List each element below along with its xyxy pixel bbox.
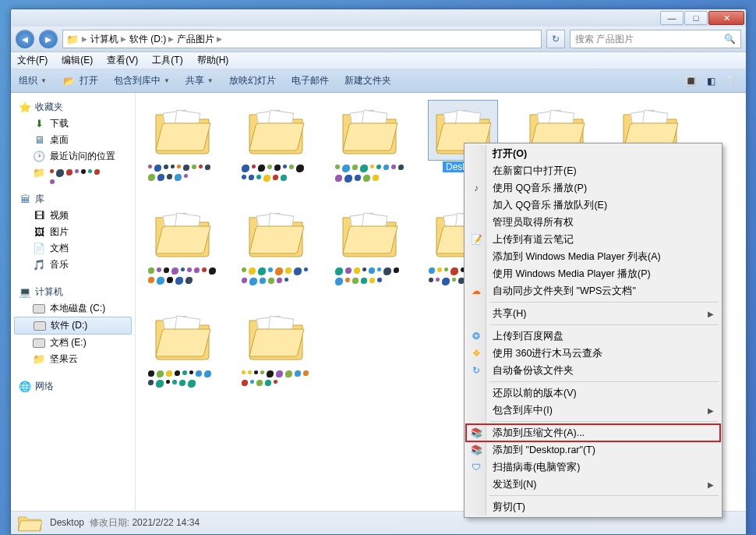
360-icon: ❖ bbox=[470, 347, 482, 360]
folder-item[interactable] bbox=[147, 101, 218, 188]
menu-file[interactable]: 文件(F) bbox=[17, 54, 48, 67]
context-item[interactable]: 剪切(T) bbox=[466, 498, 720, 516]
sidebar-libraries-header[interactable]: 🏛库 bbox=[14, 191, 132, 207]
context-item[interactable]: 打开(O) bbox=[466, 145, 720, 162]
preview-pane-icon[interactable]: ◧ bbox=[704, 74, 718, 88]
forward-button[interactable]: ► bbox=[39, 30, 58, 48]
drive-icon bbox=[33, 337, 45, 349]
include-library-button[interactable]: 包含到库中 ▼ bbox=[114, 74, 170, 87]
folder-open-icon: 📂 bbox=[62, 74, 76, 88]
folder-item[interactable] bbox=[147, 204, 218, 291]
newfolder-button[interactable]: 新建文件夹 bbox=[344, 74, 391, 87]
context-item-label: 共享(H) bbox=[493, 307, 526, 321]
context-item[interactable]: 📚添加到压缩文件(A)... bbox=[466, 424, 720, 441]
folder-item[interactable] bbox=[147, 306, 218, 394]
folder-icon: 📁 bbox=[33, 353, 45, 366]
sidebar-computer-header[interactable]: 💻计算机 bbox=[14, 284, 132, 300]
breadcrumb-segment[interactable]: 软件 (D:)▶ bbox=[129, 33, 174, 46]
folder-label-redacted bbox=[148, 165, 217, 188]
context-item[interactable]: 共享(H)▶ bbox=[466, 305, 720, 322]
context-item[interactable]: ❂上传到百度网盘 bbox=[466, 328, 720, 345]
sidebar-item-pictures[interactable]: 🖼图片 bbox=[14, 224, 132, 240]
folder-icon bbox=[335, 204, 404, 263]
folder-label-redacted bbox=[242, 268, 310, 291]
document-icon: 📄 bbox=[33, 243, 45, 255]
context-item[interactable]: 🛡扫描病毒(电脑管家) bbox=[466, 459, 720, 476]
sidebar-item-downloads[interactable]: ⬇下载 bbox=[14, 115, 132, 132]
video-icon: 🎞 bbox=[33, 210, 45, 222]
context-menu: 打开(O)在新窗口中打开(E)♪使用 QQ音乐 播放(P)加入 QQ音乐 播放队… bbox=[464, 143, 722, 518]
close-button[interactable]: ✕ bbox=[708, 11, 744, 25]
menu-help[interactable]: 帮助(H) bbox=[197, 54, 229, 67]
folder-item[interactable] bbox=[334, 101, 405, 188]
view-options-icon[interactable]: 🔳 bbox=[684, 74, 698, 88]
sidebar-item-documents[interactable]: 📄文档 bbox=[14, 240, 132, 257]
chevron-right-icon: ▶ bbox=[82, 35, 87, 43]
context-item[interactable]: 包含到库中(I)▶ bbox=[466, 402, 720, 419]
sidebar-item-drive-d[interactable]: 软件 (D:) bbox=[14, 317, 132, 335]
menu-edit[interactable]: 编辑(E) bbox=[62, 54, 93, 67]
context-item[interactable]: 在新窗口中打开(E) bbox=[466, 162, 720, 179]
context-item[interactable]: 发送到(N)▶ bbox=[466, 476, 720, 493]
share-button[interactable]: 共享 ▼ bbox=[185, 74, 214, 87]
context-separator bbox=[489, 421, 719, 422]
minimize-button[interactable]: — bbox=[660, 11, 684, 25]
sidebar: ⭐收藏夹 ⬇下载 🖥桌面 🕑最近访问的位置 📁 🏛库 🎞视频 🖼图片 📄文档 🎵… bbox=[11, 93, 136, 511]
context-item[interactable]: 添加到 Windows Media Player 列表(A) bbox=[466, 248, 720, 265]
folder-item[interactable] bbox=[240, 204, 312, 291]
folder-label-redacted bbox=[242, 165, 310, 188]
search-icon: 🔍 bbox=[724, 34, 736, 44]
context-item[interactable]: 使用 Windows Media Player 播放(P) bbox=[466, 265, 720, 282]
context-item[interactable]: ☁自动同步文件夹到 "WPS云文档" bbox=[466, 282, 720, 299]
breadcrumb-segment[interactable]: 计算机▶ bbox=[90, 33, 126, 46]
menu-tools[interactable]: 工具(T) bbox=[152, 54, 182, 67]
sidebar-network-header[interactable]: 🌐网络 bbox=[14, 378, 132, 395]
context-item[interactable]: 管理员取得所有权 bbox=[466, 214, 720, 231]
context-item[interactable]: ♪使用 QQ音乐 播放(P) bbox=[466, 179, 720, 197]
help-icon[interactable]: ❔ bbox=[724, 74, 738, 88]
sidebar-item-videos[interactable]: 🎞视频 bbox=[14, 207, 132, 224]
submenu-arrow-icon: ▶ bbox=[708, 480, 714, 489]
context-item[interactable]: 📚添加到 "Desktop.rar"(T) bbox=[466, 441, 720, 459]
folder-icon bbox=[148, 101, 217, 160]
open-button[interactable]: 📂打开 bbox=[62, 74, 98, 88]
slideshow-button[interactable]: 放映幻灯片 bbox=[229, 74, 276, 87]
folder-item[interactable] bbox=[240, 101, 312, 188]
context-item[interactable]: 还原以前的版本(V) bbox=[466, 384, 720, 402]
context-separator bbox=[489, 381, 719, 382]
context-item[interactable]: ❖使用 360进行木马云查杀 bbox=[466, 345, 720, 362]
submenu-arrow-icon: ▶ bbox=[708, 406, 714, 415]
sidebar-item-recent[interactable]: 🕑最近访问的位置 bbox=[14, 148, 132, 165]
star-icon: ⭐ bbox=[19, 101, 31, 114]
recent-icon: 🕑 bbox=[33, 151, 45, 163]
context-item-label: 添加到 "Desktop.rar"(T) bbox=[493, 444, 595, 457]
organize-button[interactable]: 组织 ▼ bbox=[19, 74, 47, 87]
context-item[interactable]: ↻自动备份该文件夹 bbox=[466, 362, 720, 379]
sidebar-item-redacted[interactable]: 📁 bbox=[14, 165, 132, 180]
folder-item[interactable] bbox=[334, 204, 405, 291]
context-item-label: 上传到百度网盘 bbox=[493, 330, 563, 343]
status-date-label: 修改日期: bbox=[90, 517, 129, 528]
folder-item[interactable] bbox=[240, 306, 312, 394]
folder-icon bbox=[17, 513, 42, 533]
sidebar-item-music[interactable]: 🎵音乐 bbox=[14, 257, 132, 273]
context-item[interactable]: 加入 QQ音乐 播放队列(E) bbox=[466, 197, 720, 214]
folder-icon bbox=[148, 306, 217, 366]
folder-icon bbox=[242, 306, 310, 366]
sidebar-item-jianguoyun[interactable]: 📁坚果云 bbox=[14, 351, 132, 367]
rar-icon: 📚 bbox=[470, 444, 482, 456]
sidebar-item-drive-c[interactable]: 本地磁盘 (C:) bbox=[14, 300, 132, 317]
email-button[interactable]: 电子邮件 bbox=[291, 74, 329, 87]
refresh-button[interactable]: ↻ bbox=[546, 30, 565, 48]
sidebar-item-desktop[interactable]: 🖥桌面 bbox=[14, 132, 132, 148]
search-input[interactable]: 搜索 产品图片 🔍 bbox=[570, 30, 741, 48]
address-bar[interactable]: 📁 ▶ 计算机▶ 软件 (D:)▶ 产品图片▶ bbox=[62, 30, 542, 48]
menu-view[interactable]: 查看(V) bbox=[107, 54, 138, 67]
maximize-button[interactable]: □ bbox=[684, 11, 708, 25]
sidebar-favorites-header[interactable]: ⭐收藏夹 bbox=[14, 99, 132, 115]
back-button[interactable]: ◄ bbox=[16, 30, 34, 48]
breadcrumb-segment[interactable]: 产品图片▶ bbox=[177, 33, 222, 46]
sidebar-item-drive-e[interactable]: 文档 (E:) bbox=[14, 335, 132, 351]
menu-bar: 文件(F) 编辑(E) 查看(V) 工具(T) 帮助(H) bbox=[11, 52, 746, 69]
context-item[interactable]: 📝上传到有道云笔记 bbox=[466, 231, 720, 248]
